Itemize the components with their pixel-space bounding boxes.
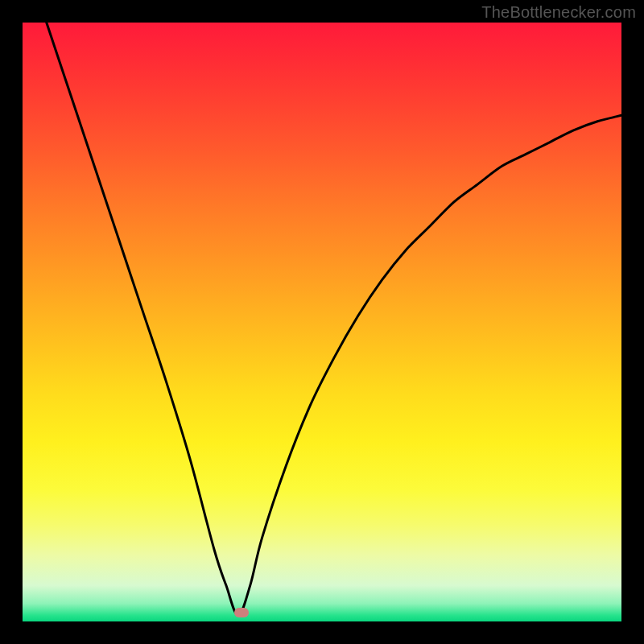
- bottleneck-curve: [23, 23, 621, 621]
- minimum-marker: [234, 608, 249, 617]
- plot-area: [23, 23, 621, 621]
- watermark-text: TheBottlenecker.com: [481, 3, 636, 22]
- chart-frame: TheBottlenecker.com: [0, 0, 644, 644]
